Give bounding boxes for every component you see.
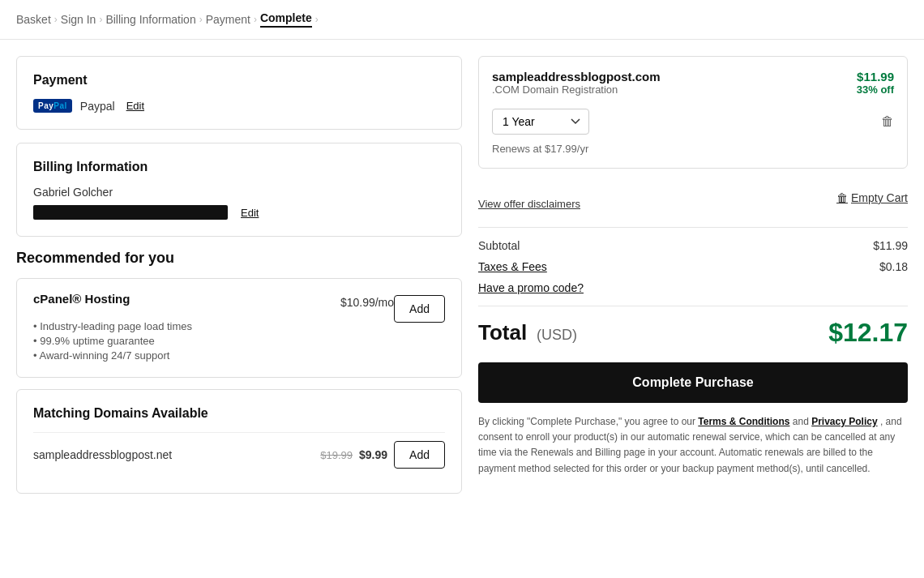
- total-currency: (USD): [537, 327, 577, 343]
- order-price: $11.99: [857, 70, 894, 83]
- chevron-icon: ›: [199, 14, 203, 25]
- hosting-features: Industry-leading page load times 99.9% u…: [33, 320, 394, 362]
- billing-card: Billing Information Gabriel Golcher Edit: [16, 143, 462, 237]
- order-item: sampleaddressblogpost.com .COM Domain Re…: [478, 56, 908, 169]
- breadcrumb-complete[interactable]: Complete: [260, 11, 312, 28]
- divider-2: [478, 306, 908, 306]
- order-price-group: $11.99 33% off: [857, 70, 894, 96]
- complete-purchase-button[interactable]: Complete Purchase: [478, 362, 908, 403]
- right-panel: sampleaddressblogpost.com .COM Domain Re…: [478, 56, 908, 490]
- domain-row: sampleaddressblogpost.net $19.99 $9.99 A…: [33, 432, 445, 477]
- totals-section: View offer disclaimers 🗑 Empty Cart Subt…: [478, 178, 908, 490]
- domain-name: sampleaddressblogpost.net: [33, 448, 172, 461]
- billing-title: Billing Information: [33, 160, 445, 174]
- domain-add-button[interactable]: Add: [394, 441, 445, 469]
- recommended-title: Recommended for you: [16, 250, 462, 267]
- hosting-right: Add: [394, 292, 445, 323]
- total-label-group: Total (USD): [478, 320, 577, 345]
- subtotal-value: $11.99: [873, 239, 908, 252]
- breadcrumb: Basket › Sign In › Billing Information ›…: [0, 0, 924, 40]
- chevron-icon: ›: [99, 14, 102, 25]
- taxes-row: Taxes & Fees $0.18: [478, 260, 908, 273]
- billing-name: Gabriel Golcher: [33, 186, 445, 199]
- payment-card: Payment PayPal Paypal Edit: [16, 56, 462, 130]
- empty-cart-button[interactable]: 🗑 Empty Cart: [836, 191, 908, 204]
- payment-edit-link[interactable]: Edit: [126, 100, 144, 112]
- chevron-icon: ›: [254, 14, 257, 25]
- year-select-row: 1 Year 2 Years 3 Years 5 Years 🗑: [492, 109, 894, 135]
- order-domain: sampleaddressblogpost.com: [492, 70, 661, 83]
- total-row: Total (USD) $12.17: [478, 318, 908, 348]
- breadcrumb-billing[interactable]: Billing Information: [105, 13, 195, 26]
- billing-row: Edit: [33, 205, 445, 220]
- breadcrumb-basket[interactable]: Basket: [16, 13, 51, 26]
- taxes-value: $0.18: [879, 260, 908, 273]
- privacy-link[interactable]: Privacy Policy: [811, 416, 877, 427]
- recommended-section: Recommended for you cPanel® Hosting $10.…: [16, 250, 462, 378]
- chevron-icon: ›: [54, 14, 58, 25]
- renews-text: Renews at $17.99/yr: [492, 143, 894, 155]
- order-domain-group: sampleaddressblogpost.com .COM Domain Re…: [492, 70, 661, 105]
- payment-title: Payment: [33, 73, 445, 88]
- year-select[interactable]: 1 Year 2 Years 3 Years 5 Years: [492, 109, 589, 135]
- order-desc: .COM Domain Registration: [492, 83, 661, 96]
- breadcrumb-signin[interactable]: Sign In: [61, 13, 96, 26]
- payment-row: PayPal Paypal Edit: [33, 99, 445, 113]
- left-panel: Payment PayPal Paypal Edit Billing Infor…: [16, 56, 478, 494]
- empty-cart-row: 🗑 Empty Cart: [836, 191, 908, 204]
- legal-text: By clicking "Complete Purchase," you agr…: [478, 414, 908, 477]
- divider: [478, 227, 908, 228]
- breadcrumb-payment[interactable]: Payment: [206, 13, 250, 26]
- paypal-logo: PayPal: [33, 99, 72, 113]
- matching-title: Matching Domains Available: [33, 406, 445, 421]
- total-amount: $12.17: [828, 318, 908, 348]
- domain-pricing: $19.99 $9.99 Add: [320, 441, 445, 469]
- empty-cart-icon: 🗑: [836, 191, 848, 204]
- promo-row: Have a promo code?: [478, 281, 908, 294]
- terms-link[interactable]: Terms & Conditions: [698, 416, 789, 427]
- trash-icon[interactable]: 🗑: [881, 114, 894, 129]
- hosting-left: cPanel® Hosting $10.99/mo Industry-leadi…: [33, 292, 394, 364]
- list-item: Award-winning 24/7 support: [33, 349, 394, 362]
- list-item: Industry-leading page load times: [33, 320, 394, 332]
- chevron-icon: ›: [315, 14, 319, 25]
- hosting-name: cPanel® Hosting: [33, 292, 130, 306]
- total-label: Total: [478, 320, 527, 345]
- order-discount: 33% off: [857, 83, 894, 96]
- subtotal-label: Subtotal: [478, 239, 520, 252]
- domain-old-price: $19.99: [320, 449, 353, 461]
- payment-method: Paypal: [80, 100, 115, 113]
- list-item: 99.9% uptime guarantee: [33, 335, 394, 347]
- billing-edit-link[interactable]: Edit: [241, 207, 259, 219]
- order-item-header: sampleaddressblogpost.com .COM Domain Re…: [492, 70, 894, 105]
- promo-link[interactable]: Have a promo code?: [478, 281, 584, 294]
- view-offer-link[interactable]: View offer disclaimers: [478, 198, 580, 210]
- hosting-add-button[interactable]: Add: [394, 295, 445, 323]
- hosting-price: $10.99/mo: [340, 296, 394, 309]
- domain-new-price: $9.99: [359, 448, 387, 461]
- billing-masked-info: [33, 205, 228, 220]
- subtotal-row: Subtotal $11.99: [478, 239, 908, 252]
- taxes-link[interactable]: Taxes & Fees: [478, 260, 547, 273]
- matching-domains-card: Matching Domains Available sampleaddress…: [16, 389, 462, 494]
- hosting-card: cPanel® Hosting $10.99/mo Industry-leadi…: [16, 278, 462, 378]
